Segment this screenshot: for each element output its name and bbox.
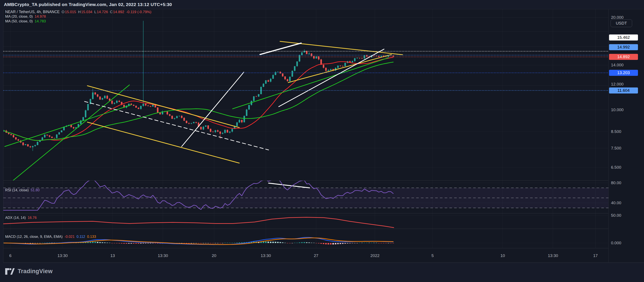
adx-legend-row[interactable]: ADX (14, 14) 16.76 [5,216,37,220]
ma20-label: MA (20, close, 0) [5,14,33,19]
price-level-badge: 14.992 [609,44,638,50]
price-tick-label: 40.00 [611,201,621,205]
ohlc-low: L14.726 [94,10,108,14]
symbol-legend-row[interactable]: NEAR / TetherUS, 4h, BINANCE O15.015 H15… [5,10,152,14]
adx-value: 16.76 [28,216,36,220]
time-axis[interactable] [3,248,608,263]
ma50-label: MA (50, close, 0) [5,19,33,23]
price-tick-label: 12.000 [611,82,624,87]
price-level-badge: 15.462 [609,34,638,40]
adx-label: ADX (14, 14) [5,216,26,220]
price-level-badge: 13.203 [609,70,638,76]
time-tick-label: 13:30 [58,253,68,258]
macd-hist-value: -0.021 [64,235,75,239]
price-tick-label: 50.00 [611,213,621,218]
currency-toggle-button[interactable]: USDT [610,19,632,27]
price-change: -0.119 (-0.79%) [126,10,152,14]
rsi-value: 51.80 [31,188,40,192]
time-tick-label: 27 [314,253,318,258]
chart-canvas[interactable] [0,0,644,282]
time-tick-label: 17 [593,253,598,258]
tradingview-logo-text: TradingView [18,268,53,275]
time-tick-label: 2022 [370,253,380,258]
price-tick-label: 14.000 [611,63,624,67]
time-tick-label: 10 [500,253,505,258]
ma20-value: 14.978 [35,14,46,19]
price-tick-label: 7.500 [611,146,621,150]
time-tick-label: 13:30 [260,253,271,258]
symbol-title: NEAR / TetherUS, 4h, BINANCE [5,10,60,14]
macd-legend-row[interactable]: MACD (12, 26, close, 9, EMA, EMA) -0.021… [5,235,96,239]
ma20-legend-row[interactable]: MA (20, close, 0) 14.978 [5,14,46,19]
price-tick-label: 80.00 [611,180,621,185]
time-tick-label: 6 [9,253,12,258]
ma50-legend-row[interactable]: MA (50, close, 0) 14.783 [5,19,46,23]
time-tick-label: 13:30 [158,253,168,258]
time-tick-label: 13 [110,253,115,258]
price-tick-label: 8.500 [611,129,621,134]
time-tick-label: 5 [432,253,434,258]
price-tick-label: 6.500 [611,165,621,170]
time-tick-label: 20 [212,253,216,258]
price-tick-label: 10.000 [611,108,624,112]
macd-line-value: 0.112 [76,235,85,239]
price-tick-label: 0.000 [611,241,621,245]
tradingview-snapshot: AMBCrypto_TA published on TradingView.co… [0,0,644,282]
time-tick-label: 13:30 [548,253,558,258]
ohlc-close: C14.892 [110,10,124,14]
tradingview-logo[interactable]: TradingView [5,268,53,275]
rsi-legend-row[interactable]: RSI (14, close) 51.80 [5,188,40,192]
price-level-badge: 11.604 [609,87,638,94]
rsi-label: RSI (14, close) [5,188,29,192]
ohlc-open: O15.015 [62,10,76,14]
price-level-badge: 14.892 [609,54,638,60]
ma50-value: 14.783 [35,19,46,23]
tradingview-logo-icon [5,268,15,275]
macd-label: MACD (12, 26, close, 9, EMA, EMA) [5,235,62,239]
macd-signal-value: 0.133 [87,235,96,239]
ohlc-high: H15.034 [78,10,92,14]
price-tick-label: 20.000 [611,15,624,20]
